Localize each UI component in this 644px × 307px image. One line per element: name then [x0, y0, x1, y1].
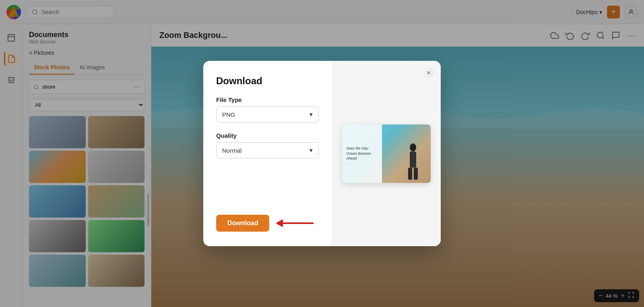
preview-text-line1: Seas the Day:: [346, 146, 378, 151]
preview-text-line3: Ahead: [346, 156, 378, 161]
modal-overlay[interactable]: Download File Type PNG ▾ Quality Normal …: [0, 0, 644, 307]
download-action-row: Download: [216, 215, 319, 232]
modal-right-panel: Seas the Day: Ocean Breezes Ahead: [332, 61, 441, 246]
svg-rect-13: [408, 168, 412, 180]
preview-text-line2: Ocean Breezes: [346, 151, 378, 156]
quality-value: Normal: [222, 147, 242, 154]
arrow-indicator: [276, 219, 314, 227]
modal-close-button[interactable]: ×: [423, 67, 434, 79]
preview-person-svg: [405, 143, 421, 183]
file-type-value: PNG: [222, 111, 235, 118]
preview-card: Seas the Day: Ocean Breezes Ahead: [342, 124, 431, 183]
quality-label: Quality: [216, 132, 319, 139]
svg-rect-14: [414, 168, 418, 180]
file-type-group: File Type PNG ▾: [216, 96, 319, 122]
quality-group: Quality Normal ▾: [216, 132, 319, 158]
svg-rect-12: [410, 151, 416, 168]
file-type-label: File Type: [216, 96, 319, 103]
file-type-chevron: ▾: [310, 111, 313, 118]
download-modal: Download File Type PNG ▾ Quality Normal …: [203, 61, 441, 246]
modal-title: Download: [216, 75, 319, 87]
preview-card-overlay: Seas the Day: Ocean Breezes Ahead: [342, 124, 382, 183]
file-type-select[interactable]: PNG ▾: [216, 106, 319, 122]
svg-point-11: [410, 143, 416, 151]
download-button[interactable]: Download: [216, 215, 269, 232]
arrow-line: [281, 222, 314, 224]
quality-chevron: ▾: [310, 147, 313, 154]
modal-left-panel: Download File Type PNG ▾ Quality Normal …: [203, 61, 332, 246]
quality-select[interactable]: Normal ▾: [216, 142, 319, 158]
